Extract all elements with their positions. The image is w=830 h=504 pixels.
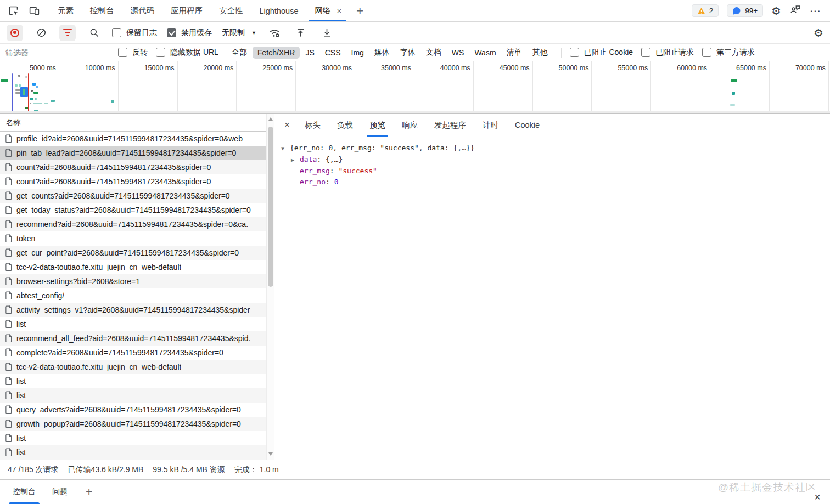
table-row[interactable]: profile_id?aid=2608&uuid=714511599481723… bbox=[0, 132, 266, 146]
drawer-more-tools-button[interactable]: + bbox=[76, 480, 102, 504]
request-type-filter[interactable]: WS bbox=[447, 47, 469, 59]
details-tab[interactable]: 标头 bbox=[296, 114, 329, 137]
json-key: err_no bbox=[300, 178, 334, 186]
new-panel-tab-button[interactable]: + bbox=[349, 0, 371, 21]
drawer-close-icon[interactable]: × bbox=[814, 491, 821, 503]
request-type-filter[interactable]: 清单 bbox=[502, 46, 527, 59]
request-type-filter[interactable]: 字体 bbox=[395, 46, 420, 59]
drawer-tab[interactable]: 问题 bbox=[44, 480, 76, 504]
blocked-cookies-checkbox[interactable]: 已阻止 Cookie bbox=[570, 48, 633, 58]
details-tab[interactable]: Cookie bbox=[507, 114, 548, 137]
table-row[interactable]: count?aid=2608&uuid=7145115994817234435&… bbox=[0, 160, 266, 174]
table-row[interactable]: growth_popup?aid=2608&uuid=7145115994817… bbox=[0, 417, 266, 431]
waterfall-mark bbox=[36, 86, 38, 88]
panel-tab[interactable]: 安全性 bbox=[211, 0, 251, 21]
request-type-filter[interactable]: CSS bbox=[320, 47, 346, 59]
request-type-filter[interactable]: Fetch/XHR bbox=[253, 47, 300, 59]
export-har-button[interactable] bbox=[319, 25, 335, 41]
network-settings-icon[interactable]: ⚙ bbox=[814, 27, 823, 38]
warnings-badge[interactable]: 2 bbox=[692, 4, 719, 17]
file-icon bbox=[5, 363, 12, 371]
third-party-checkbox[interactable]: 第三方请求 bbox=[702, 48, 755, 58]
network-overview-timeline[interactable]: 5000 ms 10000 ms 15000 ms 20000 ms 25000… bbox=[0, 61, 830, 114]
table-row[interactable]: list bbox=[0, 388, 266, 403]
details-tab[interactable]: 预览 bbox=[361, 114, 394, 137]
panel-tab[interactable]: 控制台 bbox=[82, 0, 122, 21]
request-type-filter[interactable]: Wasm bbox=[469, 47, 501, 59]
waterfall-mark bbox=[30, 98, 33, 100]
hide-data-urls-checkbox[interactable]: 隐藏数据 URL bbox=[156, 48, 218, 58]
table-row[interactable]: get_today_status?aid=2608&uuid=714511599… bbox=[0, 203, 266, 217]
request-type-filter[interactable]: 媒体 bbox=[369, 46, 395, 59]
record-network-log-button[interactable] bbox=[7, 25, 23, 41]
table-row[interactable]: pin_tab_lead?aid=2608&uuid=7145115994817… bbox=[0, 146, 266, 160]
table-row[interactable]: browser-settings?bid=2608&store=1 bbox=[0, 274, 266, 288]
feedback-icon[interactable] bbox=[789, 4, 801, 18]
table-row[interactable]: query_adverts?aid=2608&uuid=714511599481… bbox=[0, 403, 266, 417]
table-row[interactable]: recommend_all_feed?aid=2608&uuid=7145115… bbox=[0, 331, 266, 346]
details-tab[interactable]: 负载 bbox=[329, 114, 361, 137]
filter-input[interactable] bbox=[5, 48, 110, 57]
invert-filter-checkbox[interactable]: 反转 bbox=[118, 48, 148, 58]
details-tab[interactable]: 发起程序 bbox=[426, 114, 474, 137]
disable-cache-checkbox[interactable]: 禁用缓存 bbox=[167, 28, 212, 38]
table-row[interactable]: get_counts?aid=2608&uuid=714511599481723… bbox=[0, 189, 266, 203]
search-button[interactable] bbox=[86, 25, 102, 41]
clear-network-log-button[interactable] bbox=[33, 25, 49, 41]
table-row[interactable]: count?aid=2608&uuid=7145115994817234435&… bbox=[0, 174, 266, 189]
table-row[interactable]: complete?aid=2608&uuid=71451159948172344… bbox=[0, 346, 266, 360]
scrollbar-thumb[interactable] bbox=[268, 127, 273, 287]
json-property-line[interactable]: err_no0 bbox=[291, 177, 830, 188]
json-property-line[interactable]: err_msg"success" bbox=[291, 166, 830, 177]
details-tab[interactable]: 响应 bbox=[394, 114, 426, 137]
import-har-button[interactable] bbox=[293, 25, 309, 41]
scroll-up-icon[interactable] bbox=[268, 117, 273, 121]
json-property-line[interactable]: ▶data{,…} bbox=[291, 154, 830, 166]
tab-close-icon[interactable]: × bbox=[335, 6, 343, 15]
request-type-filter[interactable]: Img bbox=[346, 47, 369, 59]
close-details-icon[interactable]: × bbox=[277, 114, 296, 137]
request-list-header[interactable]: 名称 bbox=[0, 114, 274, 132]
request-type-filter[interactable]: 全部 bbox=[227, 46, 252, 59]
throttling-dropdown[interactable]: 无限制 ▼ bbox=[222, 28, 256, 38]
table-row[interactable]: list bbox=[0, 431, 266, 445]
panel-tab-network-active[interactable]: 网络 × bbox=[306, 0, 349, 21]
table-row[interactable]: tcc-v2-data-toutiao.fe.xitu_juejin_cn_we… bbox=[0, 260, 266, 274]
devtools-settings-icon[interactable]: ⚙ bbox=[771, 5, 781, 16]
expand-caret-icon[interactable]: ▼ bbox=[281, 143, 290, 154]
filter-toggle-button[interactable] bbox=[59, 25, 76, 41]
panel-tab[interactable]: 源代码 bbox=[122, 0, 163, 21]
expand-caret-icon[interactable]: ▶ bbox=[291, 155, 300, 166]
drawer: 控制台 问题 + @稀土掘金技术社区 × bbox=[0, 479, 830, 504]
warning-icon bbox=[697, 7, 705, 15]
panel-tab[interactable]: 元素 bbox=[49, 0, 82, 21]
scroll-down-icon[interactable] bbox=[268, 452, 273, 456]
table-row[interactable]: tcc-v2-data-toutiao.fe.xitu_juejin_cn_we… bbox=[0, 360, 266, 374]
table-row[interactable]: abtest_config/ bbox=[0, 288, 266, 303]
table-row[interactable]: list bbox=[0, 445, 266, 460]
request-name: count?aid=2608&uuid=7145115994817234435&… bbox=[16, 177, 211, 186]
table-row[interactable]: token bbox=[0, 231, 266, 246]
network-conditions-button[interactable] bbox=[266, 25, 283, 41]
request-list-scrollbar[interactable] bbox=[266, 114, 274, 460]
preserve-log-checkbox[interactable]: 保留日志 bbox=[112, 28, 157, 38]
inspect-element-icon[interactable] bbox=[5, 3, 21, 19]
table-row[interactable]: recommend?aid=2608&uuid=7145115994817234… bbox=[0, 217, 266, 231]
json-root-line[interactable]: ▼{err_no: 0, err_msg: "success", data: {… bbox=[281, 143, 830, 154]
table-row[interactable]: get_cur_point?aid=2608&uuid=714511599481… bbox=[0, 246, 266, 260]
panel-tab[interactable]: 应用程序 bbox=[162, 0, 211, 21]
request-type-filter[interactable]: JS bbox=[300, 47, 319, 59]
more-options-icon[interactable]: ⋯ bbox=[810, 4, 821, 18]
details-tab[interactable]: 计时 bbox=[474, 114, 507, 137]
table-row[interactable]: list bbox=[0, 374, 266, 388]
request-type-filter[interactable]: 其他 bbox=[528, 46, 553, 59]
blocked-requests-checkbox[interactable]: 已阻止请求 bbox=[641, 48, 694, 58]
panel-tab[interactable]: Lighthouse bbox=[251, 0, 307, 21]
device-toolbar-icon[interactable] bbox=[26, 3, 42, 19]
drawer-tab[interactable]: 控制台 bbox=[4, 480, 44, 504]
messages-badge[interactable]: 99+ bbox=[727, 4, 763, 17]
file-icon bbox=[5, 248, 12, 257]
table-row[interactable]: list bbox=[0, 317, 266, 331]
request-type-filter[interactable]: 文档 bbox=[421, 46, 446, 59]
table-row[interactable]: activity_settings_v1?aid=2608&uuid=71451… bbox=[0, 303, 266, 317]
